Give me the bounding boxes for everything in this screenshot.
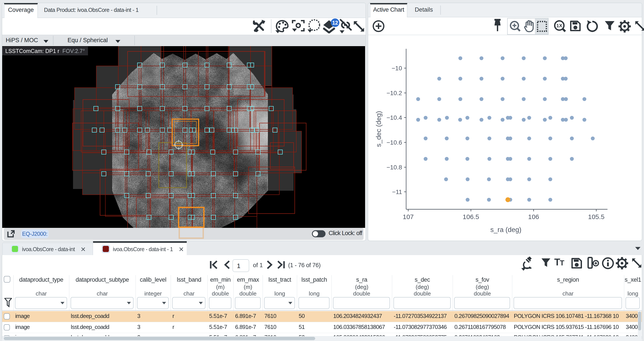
svg-text:s_dec (deg): s_dec (deg)	[375, 111, 382, 147]
svg-text:105.5: 105.5	[588, 213, 604, 220]
svg-text:−10: −10	[392, 65, 402, 72]
svg-text:−10.2: −10.2	[386, 90, 402, 96]
svg-text:−10.6: −10.6	[386, 139, 402, 146]
svg-text:−10.8: −10.8	[386, 164, 402, 171]
svg-text:s_ra (deg): s_ra (deg)	[490, 226, 521, 234]
svg-text:1X: 1X	[556, 23, 562, 28]
svg-text:107: 107	[403, 213, 414, 220]
svg-text:−10.4: −10.4	[386, 114, 402, 121]
svg-text:106: 106	[528, 213, 539, 220]
svg-text:−11: −11	[392, 189, 402, 195]
svg-text:106.5: 106.5	[462, 213, 479, 220]
